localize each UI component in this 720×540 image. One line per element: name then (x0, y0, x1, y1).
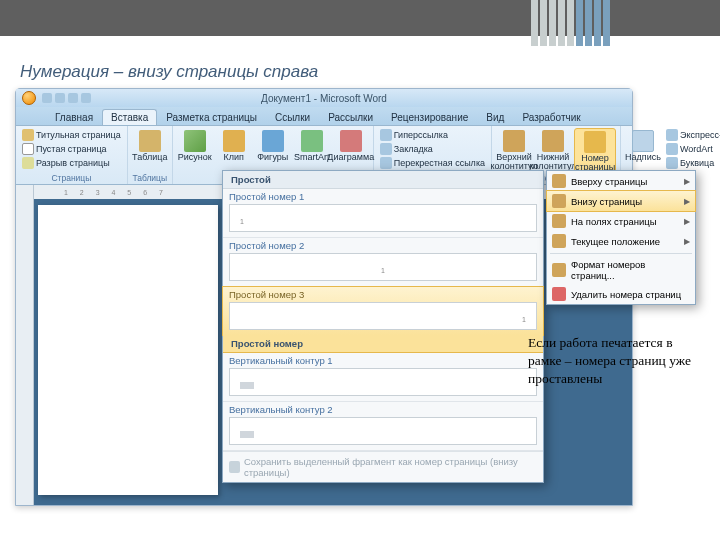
menu-label: Текущее положение (571, 236, 660, 247)
page-number-gallery: Простой Простой номер 1 1 Простой номер … (222, 170, 544, 483)
bottom-page-icon (552, 194, 566, 208)
page-break-label: Разрыв страницы (36, 158, 110, 168)
textbox-icon (632, 130, 654, 152)
hyperlink-label: Гиперссылка (394, 130, 448, 140)
page-number-button[interactable]: Номер страницы (574, 128, 616, 173)
express-button[interactable]: Экспресс-б (664, 128, 720, 142)
table-label: Таблица (132, 153, 167, 162)
clipart-icon (223, 130, 245, 152)
tab-developer[interactable]: Разработчик (513, 109, 589, 125)
menu-item-format-numbers[interactable]: Формат номеров страниц... (547, 256, 695, 284)
quick-access-toolbar[interactable] (42, 93, 91, 103)
dropcap-button[interactable]: Буквица (664, 156, 720, 170)
gallery-preview: 1 (229, 204, 537, 232)
gallery-preview: 1 (229, 253, 537, 281)
picture-icon (184, 130, 206, 152)
cross-ref-icon (380, 157, 392, 169)
hyperlink-button[interactable]: Гиперссылка (378, 128, 487, 142)
shapes-label: Фигуры (257, 153, 288, 162)
tab-view[interactable]: Вид (477, 109, 513, 125)
gallery-item-vertical-1[interactable]: Вертикальный контур 1 (223, 353, 543, 402)
menu-item-current-position[interactable]: Текущее положение▶ (547, 231, 695, 251)
chevron-right-icon: ▶ (684, 237, 690, 246)
tab-layout[interactable]: Разметка страницы (157, 109, 266, 125)
header-button[interactable]: Верхний колонтитул (496, 128, 532, 173)
footer-button[interactable]: Нижний колонтитул (535, 128, 571, 173)
gallery-save-selection[interactable]: Сохранить выделенный фрагмент как номер … (223, 451, 543, 482)
office-button[interactable] (22, 91, 36, 105)
gallery-item-label: Простой номер 1 (229, 191, 537, 202)
slide-decoration (531, 0, 610, 46)
group-tables-title: Таблицы (132, 173, 168, 184)
menu-item-page-margins[interactable]: На полях страницы▶ (547, 211, 695, 231)
gallery-item-simple-2[interactable]: Простой номер 2 1 (223, 238, 543, 287)
bookmark-label: Закладка (394, 144, 433, 154)
tab-mailings[interactable]: Рассылки (319, 109, 382, 125)
clipart-button[interactable]: Клип (216, 128, 252, 173)
menu-separator (550, 253, 692, 254)
group-pages: Титульная страница Пустая страница Разры… (16, 126, 128, 184)
tab-home[interactable]: Главная (46, 109, 102, 125)
cover-page-button[interactable]: Титульная страница (20, 128, 123, 142)
wordart-button[interactable]: WordArt (664, 142, 720, 156)
blank-page-label: Пустая страница (36, 144, 107, 154)
express-icon (666, 129, 678, 141)
dropcap-label: Буквица (680, 158, 714, 168)
chart-icon (340, 130, 362, 152)
slide-top-band (0, 0, 720, 36)
group-pages-title: Страницы (20, 173, 123, 184)
picture-button[interactable]: Рисунок (177, 128, 213, 173)
chart-button[interactable]: Диаграмма (333, 128, 369, 173)
shapes-button[interactable]: Фигуры (255, 128, 291, 173)
gallery-selected-caption: Простой номер (223, 335, 543, 353)
menu-label: Формат номеров страниц... (571, 259, 690, 281)
slide-title: Нумерация – внизу страницы справа (20, 62, 318, 82)
chevron-right-icon: ▶ (684, 197, 690, 206)
slide-annotation: Если работа печатается в рамке – номера … (528, 334, 698, 389)
tab-insert[interactable]: Вставка (102, 109, 157, 125)
menu-item-remove-numbers[interactable]: Удалить номера страниц (547, 284, 695, 304)
bookmark-button[interactable]: Закладка (378, 142, 487, 156)
gallery-footer-label: Сохранить выделенный фрагмент как номер … (244, 456, 537, 478)
page-break-button[interactable]: Разрыв страницы (20, 156, 123, 170)
gallery-item-simple-3[interactable]: Простой номер 3 1 (222, 286, 544, 336)
table-button[interactable]: Таблица (132, 128, 168, 173)
titlebar: Документ1 - Microsoft Word (16, 89, 632, 107)
page-number-icon (584, 131, 606, 153)
menu-label: На полях страницы (571, 216, 657, 227)
cross-ref-button[interactable]: Перекрестная ссылка (378, 156, 487, 170)
document-page[interactable] (38, 205, 218, 495)
gallery-item-simple-1[interactable]: Простой номер 1 1 (223, 189, 543, 238)
blank-page-button[interactable]: Пустая страница (20, 142, 123, 156)
cover-page-label: Титульная страница (36, 130, 121, 140)
page-break-icon (22, 157, 34, 169)
menu-label: Удалить номера страниц (571, 289, 681, 300)
gallery-item-label: Простой номер 2 (229, 240, 537, 251)
blank-page-icon (22, 143, 34, 155)
wordart-icon (666, 143, 678, 155)
smartart-button[interactable]: SmartArt (294, 128, 330, 173)
footer-label: Нижний колонтитул (529, 153, 576, 171)
wordart-label: WordArt (680, 144, 713, 154)
gallery-item-vertical-2[interactable]: Вертикальный контур 2 (223, 402, 543, 451)
bookmark-icon (380, 143, 392, 155)
ribbon-tabs: Главная Вставка Разметка страницы Ссылки… (16, 107, 632, 125)
gallery-item-label: Вертикальный контур 2 (229, 404, 537, 415)
format-icon (552, 263, 566, 277)
cross-ref-label: Перекрестная ссылка (394, 158, 485, 168)
ruler-vertical (16, 185, 34, 505)
gallery-item-label: Простой номер 3 (229, 289, 537, 300)
gallery-preview (229, 368, 537, 396)
menu-item-top-of-page[interactable]: Вверху страницы▶ (547, 171, 695, 191)
smartart-label: SmartArt (294, 153, 330, 162)
hyperlink-icon (380, 129, 392, 141)
menu-item-bottom-of-page[interactable]: Внизу страницы▶ (546, 190, 696, 212)
tab-references[interactable]: Ссылки (266, 109, 319, 125)
tab-review[interactable]: Рецензирование (382, 109, 477, 125)
gallery-category-simple: Простой (223, 171, 543, 189)
menu-label: Внизу страницы (571, 196, 642, 207)
express-label: Экспресс-б (680, 130, 720, 140)
chart-label: Диаграмма (327, 153, 374, 162)
menu-label: Вверху страницы (571, 176, 647, 187)
textbox-label: Надпись (625, 153, 661, 162)
